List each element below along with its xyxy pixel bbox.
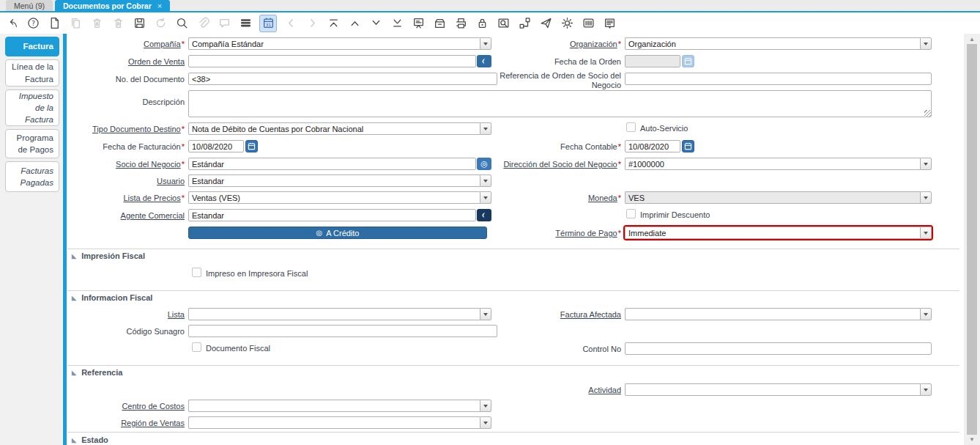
section-impresion-fiscal-header[interactable]: ◣ Impresión Fiscal [72, 251, 145, 260]
help-icon[interactable]: ? [26, 17, 40, 30]
settings-icon[interactable] [560, 17, 573, 30]
scroll-up-icon[interactable]: ▲ [964, 36, 980, 43]
region-de-ventas-input[interactable] [188, 416, 480, 429]
centro-de-costos-input[interactable] [188, 400, 480, 412]
fecha-contable-input[interactable] [625, 140, 680, 152]
termino-de-pago-combo[interactable] [625, 227, 932, 239]
direccion-del-socio-dropdown-button[interactable] [920, 158, 932, 170]
chevron-right-icon[interactable] [305, 17, 319, 30]
orden-de-venta-field[interactable] [188, 55, 491, 67]
scroll-down-icon[interactable]: ▼ [964, 436, 980, 443]
delete-record-icon[interactable] [90, 17, 103, 30]
compania-input[interactable] [188, 37, 480, 50]
imprimir-descuento-checkbox[interactable] [626, 209, 636, 218]
section-estado-header[interactable]: ◣ Estado [72, 435, 108, 444]
chevron-left-icon[interactable] [284, 17, 297, 30]
barcode-icon[interactable] [582, 17, 595, 30]
organizacion-input[interactable] [625, 37, 920, 50]
impreso-en-impresora-fiscal-checkbox[interactable] [192, 268, 201, 277]
auto-servicio-checkbox[interactable] [626, 122, 636, 132]
documento-fiscal-checkbox[interactable] [192, 342, 201, 352]
window-report-icon[interactable] [603, 17, 616, 30]
vertical-scrollbar[interactable]: ▲ ▼ [964, 34, 980, 445]
save-icon[interactable] [133, 17, 146, 30]
usuario-combo[interactable] [188, 174, 491, 187]
resize-grip-icon[interactable] [924, 110, 931, 117]
a-credito-button[interactable]: ◎ A Crédito [188, 227, 487, 239]
control-no-input[interactable] [625, 342, 932, 355]
attachment-icon[interactable] [196, 17, 209, 30]
factura-afectada-dropdown-button[interactable] [920, 308, 932, 320]
first-record-icon[interactable] [327, 17, 340, 30]
send-mail-icon[interactable] [539, 17, 552, 30]
record-access-icon[interactable] [497, 17, 510, 30]
refresh-icon[interactable] [154, 17, 167, 30]
region-de-ventas-combo[interactable] [188, 416, 491, 429]
actividad-dropdown-button[interactable] [920, 383, 932, 396]
collapse-icon[interactable]: ◣ [72, 370, 76, 376]
factura-afectada-combo[interactable] [625, 308, 932, 320]
actividad-combo[interactable] [625, 383, 932, 396]
copy-record-icon[interactable] [69, 17, 82, 30]
chat-icon[interactable] [218, 17, 231, 30]
collapse-icon[interactable]: ◣ [72, 295, 76, 301]
collapse-icon[interactable]: ◣ [72, 438, 76, 444]
tab-menu[interactable]: Menú (9) [6, 0, 53, 11]
lista-input[interactable] [188, 308, 480, 320]
orden-de-venta-input[interactable] [188, 55, 476, 67]
factura-afectada-input[interactable] [625, 308, 920, 320]
archive-icon[interactable] [433, 17, 446, 30]
fecha-contable-field[interactable] [625, 140, 694, 152]
lock-icon[interactable] [475, 17, 489, 30]
previous-record-icon[interactable] [348, 17, 361, 30]
direccion-del-socio-input[interactable] [625, 158, 920, 170]
tipo-documento-destino-input[interactable] [188, 122, 480, 135]
undo-icon[interactable] [5, 17, 18, 30]
organizacion-combo[interactable] [625, 37, 932, 50]
referencia-orden-input[interactable] [625, 73, 932, 85]
organizacion-dropdown-button[interactable] [920, 37, 932, 50]
fecha-de-facturacion-input[interactable] [188, 140, 244, 152]
agente-comercial-lookup-button[interactable] [477, 209, 491, 221]
find-icon[interactable] [175, 17, 188, 30]
fecha-contable-calendar-button[interactable] [682, 140, 694, 152]
agente-comercial-field[interactable] [188, 209, 491, 221]
close-icon[interactable]: × [157, 1, 162, 10]
lista-combo[interactable] [188, 308, 491, 320]
centro-de-costos-combo[interactable] [188, 400, 491, 412]
descripcion-textarea[interactable] [188, 90, 932, 117]
sidebar-item-factura[interactable]: Factura [5, 37, 59, 56]
grid-toggle-icon[interactable] [239, 17, 252, 30]
no-del-documento-input[interactable] [188, 73, 497, 85]
last-record-icon[interactable] [390, 17, 404, 30]
usuario-dropdown-button[interactable] [480, 174, 491, 187]
tipo-documento-destino-combo[interactable] [188, 122, 491, 135]
compania-combo[interactable] [188, 37, 491, 50]
centro-de-costos-dropdown-button[interactable] [480, 400, 491, 412]
delete-selection-icon[interactable] [111, 17, 125, 30]
next-record-icon[interactable] [369, 17, 382, 30]
termino-de-pago-dropdown-button[interactable] [920, 227, 932, 239]
scroll-thumb[interactable] [967, 44, 977, 435]
codigo-sunagro-input[interactable] [188, 325, 497, 337]
sidebar-item-impuesto-de-la-factura[interactable]: Impuesto de la Factura [5, 89, 59, 126]
tipo-documento-destino-dropdown-button[interactable] [480, 122, 491, 135]
tab-documentos-por-cobrar[interactable]: Documentos por Cobrar × [55, 0, 170, 11]
usuario-input[interactable] [188, 174, 480, 187]
actividad-input[interactable] [625, 383, 920, 396]
new-record-icon[interactable] [48, 17, 61, 30]
workflow-icon[interactable] [518, 17, 531, 30]
collapse-icon[interactable]: ◣ [72, 254, 76, 260]
sidebar-item-programa-de-pagos[interactable]: Programa de Pagos [5, 129, 59, 158]
print-icon[interactable] [454, 17, 467, 30]
socio-del-negocio-field[interactable]: ◎ [188, 158, 491, 170]
fecha-de-facturacion-calendar-button[interactable] [245, 140, 258, 152]
section-informacion-fiscal-header[interactable]: ◣ Informacion Fiscal [72, 293, 152, 302]
direccion-del-socio-combo[interactable] [625, 158, 932, 170]
section-referencia-header[interactable]: ◣ Referencia [72, 368, 122, 377]
report-icon[interactable] [412, 17, 425, 30]
lista-de-precios-input[interactable] [188, 191, 480, 204]
sidebar-item-facturas-pagadas[interactable]: Facturas Pagadas [5, 161, 59, 192]
calendar-icon[interactable]: 31 [259, 15, 277, 32]
region-de-ventas-dropdown-button[interactable] [480, 416, 491, 429]
